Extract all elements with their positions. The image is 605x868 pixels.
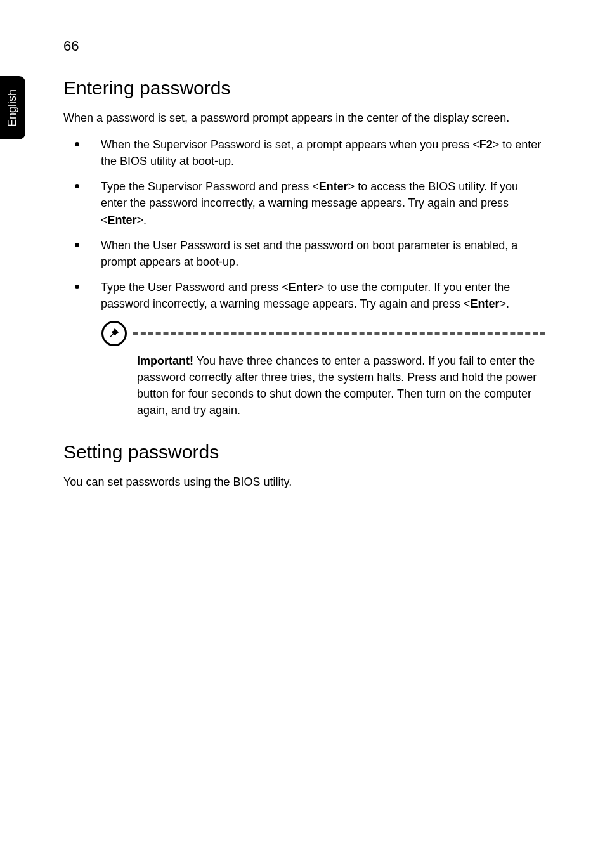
bullet-text: When the User Password is set and the pa… [101,237,545,270]
key-enter: Enter [108,214,137,226]
text-fragment: When the Supervisor Password is set, a p… [101,138,479,151]
callout-message: You have three chances to enter a passwo… [137,354,537,417]
list-item: Type the Supervisor Password and press <… [63,178,545,228]
intro-paragraph: When a password is set, a password promp… [63,110,545,126]
key-f2: F2 [479,138,493,151]
text-fragment: >. [499,297,509,310]
key-enter: Enter [319,180,348,193]
pin-icon [101,321,127,346]
bullet-dot-icon [75,243,79,247]
setting-passwords-heading: Setting passwords [63,441,545,463]
key-enter: Enter [289,281,318,294]
important-callout: Important! You have three chances to ent… [101,321,545,418]
text-fragment: Type the User Password and press < [101,281,289,294]
important-label: Important! [137,354,193,367]
key-enter: Enter [470,297,499,310]
callout-header-row [101,321,545,346]
bullet-text: Type the User Password and press <Enter>… [101,279,545,312]
text-fragment: Type the Supervisor Password and press < [101,180,319,193]
list-item: When the User Password is set and the pa… [63,237,545,270]
entering-passwords-heading: Entering passwords [63,77,545,99]
list-item: When the Supervisor Password is set, a p… [63,136,545,169]
setting-passwords-body: You can set passwords using the BIOS uti… [63,474,545,490]
bullet-text: Type the Supervisor Password and press <… [101,178,545,228]
page-content: 66 Entering passwords When a password is… [63,38,545,491]
dashed-separator [133,332,545,335]
language-sidebar-tab: English [0,76,25,139]
callout-body: Important! You have three chances to ent… [137,353,545,418]
bullet-dot-icon [75,285,79,289]
page-number: 66 [63,38,545,55]
bullet-text: When the Supervisor Password is set, a p… [101,136,545,169]
pin-icon-svg [107,327,121,340]
language-label: English [6,89,20,126]
bullet-dot-icon [75,142,79,146]
bullet-dot-icon [75,184,79,188]
bullet-list: When the Supervisor Password is set, a p… [63,136,545,312]
list-item: Type the User Password and press <Enter>… [63,279,545,312]
text-fragment: >. [137,214,147,226]
